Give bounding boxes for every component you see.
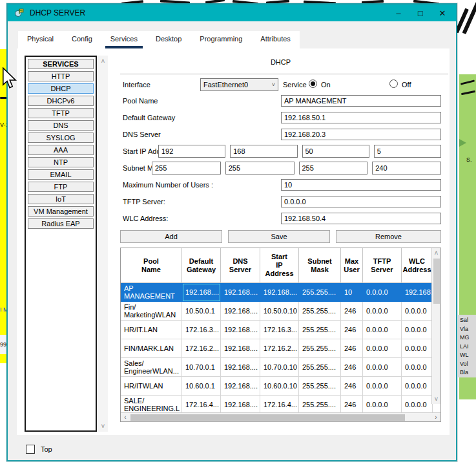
minimize-button[interactable]: – xyxy=(388,5,409,21)
table-row[interactable]: Fin/ MarketingWLAN10.50.0.1192.168....10… xyxy=(121,302,433,321)
remove-button[interactable]: Remove xyxy=(336,230,441,243)
tftp-server-input[interactable] xyxy=(281,196,441,207)
start-ip-octet-3[interactable] xyxy=(302,145,369,158)
tab-desktop[interactable]: Desktop xyxy=(147,31,191,48)
pool-name-input[interactable] xyxy=(281,95,441,107)
table-cell: 255.255.... xyxy=(299,396,341,414)
sidebar-item-iot[interactable]: IoT xyxy=(28,194,94,204)
sidebar-item-dhcpv6[interactable]: DHCPv6 xyxy=(28,96,94,106)
top-checkbox-label: Top xyxy=(41,445,52,453)
service-off-radio[interactable] xyxy=(389,79,398,88)
table-row[interactable]: Sales/ EngineerWLAN...10.70.0.1192.168..… xyxy=(121,358,433,377)
table-cell: 192.168.... xyxy=(221,358,260,377)
table-vertical-scrollbar[interactable]: ˄ ˅ xyxy=(431,248,440,404)
scroll-down-icon[interactable]: ˅ xyxy=(432,396,440,403)
close-button[interactable]: ✕ xyxy=(431,5,453,21)
table-cell: HR/ITWLAN xyxy=(121,377,182,396)
interface-dropdown[interactable]: FastEthernet0 ˅ xyxy=(200,78,278,91)
table-cell: 192.168.... xyxy=(402,283,433,302)
subnet-mask-octets xyxy=(152,162,441,175)
scroll-down-icon[interactable]: ˅ xyxy=(98,423,108,430)
sidebar-item-tftp[interactable]: TFTP xyxy=(28,108,94,118)
max-users-input[interactable] xyxy=(281,179,441,191)
scroll-up-icon[interactable]: ˄ xyxy=(98,58,108,65)
table-cell: 0.0.0.0 xyxy=(402,358,433,377)
sidebar-item-email[interactable]: EMAIL xyxy=(28,169,94,180)
sidebar-item-dhcp[interactable]: DHCP xyxy=(28,83,94,94)
top-checkbox-group: Top xyxy=(26,445,52,454)
subnet-mask-octet-3[interactable] xyxy=(299,162,368,175)
start-ip-octet-1[interactable] xyxy=(158,145,225,158)
maximize-button[interactable]: □ xyxy=(409,5,431,21)
subnet-mask-octet-4[interactable] xyxy=(372,162,441,175)
dhcp-server-window: DHCP SERVER – □ ✕ PhysicalConfigServices… xyxy=(6,3,457,461)
table-row[interactable]: FIN/MARK.LAN172.16.2...192.168....172.16… xyxy=(121,339,433,358)
max-users-label: Maximum Number of Users : xyxy=(123,181,213,189)
start-ip-octet-4[interactable] xyxy=(374,145,441,158)
bg-label-line: Vla xyxy=(460,325,476,334)
horizontal-scroll-thumb[interactable] xyxy=(130,414,405,421)
table-cell: 192.168.... xyxy=(221,302,260,321)
sidebar-item-dns[interactable]: DNS xyxy=(28,120,94,131)
table-header-cell: Default Gateway xyxy=(182,248,221,283)
table-header-row: Pool NameDefault GatewayDNS ServerStart … xyxy=(121,248,433,283)
service-on-radio[interactable] xyxy=(309,79,317,88)
sidebar-item-aaa[interactable]: AAA xyxy=(28,145,94,155)
table-cell: 246 xyxy=(341,377,363,396)
sidebar-item-syslog[interactable]: SYSLOG xyxy=(28,132,94,143)
default-gateway-input[interactable] xyxy=(281,112,441,123)
table-cell: 172.16.2... xyxy=(260,339,299,358)
wlc-address-input[interactable] xyxy=(281,213,441,224)
tab-config[interactable]: Config xyxy=(63,31,101,48)
bg-label-line: Bla xyxy=(460,368,476,377)
table-row[interactable]: HR/ITWLAN10.60.0.1192.168....10.60.0.102… xyxy=(121,377,433,396)
dns-server-input[interactable] xyxy=(281,129,441,140)
service-off-label: Off xyxy=(402,81,411,89)
table-cell: 255.255.... xyxy=(299,302,341,321)
sidebar-item-http[interactable]: HTTP xyxy=(28,71,94,81)
services-list: SERVICESHTTPDHCPDHCPv6TFTPDNSSYSLOGAAANT… xyxy=(25,56,97,432)
titlebar[interactable]: DHCP SERVER – □ ✕ xyxy=(8,5,456,21)
add-button[interactable]: Add xyxy=(120,230,222,243)
sidebar-item-ftp[interactable]: FTP xyxy=(28,182,94,192)
table-horizontal-scrollbar[interactable]: ‹ › xyxy=(121,412,440,421)
services-scrollbar[interactable]: ˄ ˅ xyxy=(98,56,108,432)
table-header-cell: Max User xyxy=(341,248,363,283)
table-row[interactable]: HR/IT.LAN172.16.3...192.168....172.16.3.… xyxy=(121,321,433,339)
subnet-mask-octet-1[interactable] xyxy=(152,162,221,175)
table-cell: 0.0.0.0 xyxy=(363,283,402,302)
table-row[interactable]: SALE/ ENGINEERING.L172.16.4...192.168...… xyxy=(121,396,433,414)
pool-name-label: Pool Name xyxy=(123,97,158,105)
table-cell: 172.16.4... xyxy=(182,396,221,414)
divider xyxy=(120,74,448,74)
scroll-right-icon[interactable]: › xyxy=(431,414,440,421)
dns-server-label: DNS Server xyxy=(123,131,161,138)
table-cell: 0.0.0.0 xyxy=(402,377,433,396)
panel-title: DHCP xyxy=(120,58,441,66)
start-ip-octet-2[interactable] xyxy=(230,145,297,158)
tab-physical[interactable]: Physical xyxy=(18,31,63,48)
table-cell: 10.50.0.10 xyxy=(260,302,299,321)
table-header-cell: TFTP Server xyxy=(363,248,402,283)
tab-attributes[interactable]: Attributes xyxy=(251,31,299,48)
table-cell: 0.0.0.0 xyxy=(363,339,402,358)
tab-programming[interactable]: Programming xyxy=(191,31,251,48)
table-row[interactable]: AP MANAGEMENT192.168....192.168....192.1… xyxy=(121,283,433,302)
services-header: SERVICES xyxy=(28,59,94,69)
table-cell: 10 xyxy=(341,283,363,302)
table-cell: 246 xyxy=(341,396,363,414)
scroll-up-icon[interactable]: ˄ xyxy=(432,249,440,257)
sidebar-item-radius-eap[interactable]: Radius EAP xyxy=(28,218,94,229)
tab-services[interactable]: Services xyxy=(101,31,147,48)
table-cell: 246 xyxy=(341,321,363,339)
subnet-mask-octet-2[interactable] xyxy=(225,162,295,175)
vertical-scroll-thumb[interactable] xyxy=(433,259,440,304)
table-cell: 0.0.0.0 xyxy=(402,396,433,414)
sidebar-item-vm-management[interactable]: VM Management xyxy=(28,206,94,217)
scroll-left-icon[interactable]: ‹ xyxy=(121,414,130,421)
sidebar-item-ntp[interactable]: NTP xyxy=(28,157,94,167)
table-cell: 172.16.4... xyxy=(260,396,299,414)
top-checkbox[interactable] xyxy=(26,445,35,454)
app-icon xyxy=(14,8,25,18)
save-button[interactable]: Save xyxy=(228,230,330,243)
